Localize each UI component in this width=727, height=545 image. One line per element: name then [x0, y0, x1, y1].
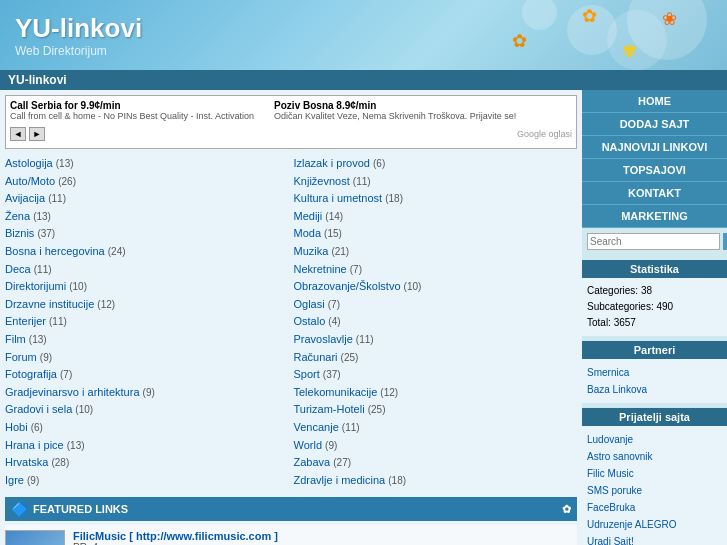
categories: Astologija (13)Auto/Moto (26)Avijacija (…	[5, 155, 577, 489]
category-link[interactable]: Turizam-Hoteli (25)	[294, 401, 578, 419]
category-column-left: Astologija (13)Auto/Moto (26)Avijacija (…	[5, 155, 289, 489]
category-link[interactable]: Astologija (13)	[5, 155, 289, 173]
prijatelji-link[interactable]: SMS poruke	[587, 482, 722, 499]
category-link[interactable]: Ostalo (4)	[294, 313, 578, 331]
category-link[interactable]: Enterijer (11)	[5, 313, 289, 331]
prijatelji-content: LudovanjeAstro sanovnikFilic MusicSMS po…	[582, 426, 727, 545]
category-link[interactable]: Književnost (11)	[294, 173, 578, 191]
prijatelji-link[interactable]: Filic Music	[587, 465, 722, 482]
featured-item-title[interactable]: FilicMusic [ http://www.filicmusic.com ]	[73, 530, 577, 542]
category-link[interactable]: Hrana i pice (13)	[5, 437, 289, 455]
site-title: YU-linkovi	[15, 13, 142, 44]
category-link[interactable]: Deca (11)	[5, 261, 289, 279]
featured-label: FEATURED LINKS	[33, 503, 128, 515]
category-link[interactable]: Pravoslavlje (11)	[294, 331, 578, 349]
ad-item-1: Call Serbia for 9.9¢/min Call from cell …	[10, 100, 254, 121]
category-link[interactable]: Mediji (14)	[294, 208, 578, 226]
ad-next-button[interactable]: ►	[29, 127, 45, 141]
navbar-label: YU-linkovi	[8, 73, 67, 87]
category-link[interactable]: World (9)	[294, 437, 578, 455]
category-link[interactable]: Zabava (27)	[294, 454, 578, 472]
featured-items-container: FilicMusic [ http://www.filicmusic.com ]…	[5, 525, 577, 545]
statistika-section: Statistika	[582, 260, 727, 278]
partneri-content: SmernicaBaza Linkova	[582, 359, 727, 403]
featured-thumbnail	[5, 530, 65, 545]
partneri-title: Partneri	[634, 344, 676, 356]
ad-prev-button[interactable]: ◄	[10, 127, 26, 141]
category-link[interactable]: Oglasi (7)	[294, 296, 578, 314]
header: YU-linkovi Web Direktorijum ✿ ✾ ❀ ✿	[0, 0, 727, 70]
title-block: YU-linkovi Web Direktorijum	[15, 13, 142, 58]
category-link[interactable]: Nekretnine (7)	[294, 261, 578, 279]
category-link[interactable]: Žena (13)	[5, 208, 289, 226]
category-link[interactable]: Gradovi i sela (10)	[5, 401, 289, 419]
prijatelji-title: Prijatelji sajta	[619, 411, 690, 423]
sidebar-nav-item[interactable]: KONTAKT	[582, 182, 727, 205]
partner-link[interactable]: Baza Linkova	[587, 381, 722, 398]
prijatelji-link[interactable]: Astro sanovnik	[587, 448, 722, 465]
featured-icon: 🔷	[11, 501, 28, 517]
statistika-title: Statistika	[630, 263, 679, 275]
search-button[interactable]: Search	[723, 233, 727, 250]
category-link[interactable]: Auto/Moto (26)	[5, 173, 289, 191]
header-decoration: ✿ ✾ ❀ ✿	[427, 0, 727, 70]
category-link[interactable]: Muzika (21)	[294, 243, 578, 261]
category-link[interactable]: Moda (15)	[294, 225, 578, 243]
prijatelji-link[interactable]: Uradi Sajt!	[587, 533, 722, 545]
site-subtitle: Web Direktorijum	[15, 44, 142, 58]
search-input[interactable]	[587, 233, 720, 250]
sidebar-nav-item[interactable]: HOME	[582, 90, 727, 113]
category-link[interactable]: Kultura i umetnost (18)	[294, 190, 578, 208]
google-ads: Google oglasi	[517, 129, 572, 139]
featured-right-icon: ✿	[562, 503, 571, 516]
statistika-content: Categories: 38 Subcategories: 490 Total:…	[582, 278, 727, 336]
category-link[interactable]: Zdravlje i medicina (18)	[294, 472, 578, 490]
prijatelji-link[interactable]: Udruzenje ALEGRO	[587, 516, 722, 533]
category-link[interactable]: Drzavne institucije (12)	[5, 296, 289, 314]
prijatelji-section: Prijatelji sajta	[582, 408, 727, 426]
stat-subcategories: Subcategories: 490	[587, 299, 722, 315]
category-link[interactable]: Hobi (6)	[5, 419, 289, 437]
stat-total: Total: 3657	[587, 315, 722, 331]
category-link[interactable]: Fotografija (7)	[5, 366, 289, 384]
category-link[interactable]: Gradjevinarsvo i arhitektura (9)	[5, 384, 289, 402]
stat-categories: Categories: 38	[587, 283, 722, 299]
content-area: Call Serbia for 9.9¢/min Call from cell …	[0, 90, 582, 545]
category-link[interactable]: Sport (37)	[294, 366, 578, 384]
sidebar-search-container: Search	[582, 228, 727, 255]
category-link[interactable]: Obrazovanje/Školstvo (10)	[294, 278, 578, 296]
partner-link[interactable]: Smernica	[587, 364, 722, 381]
category-link[interactable]: Biznis (37)	[5, 225, 289, 243]
ad-navigation: ◄ ►	[10, 127, 45, 141]
ad-line2a: Call from cell & home - No PINs Best Qua…	[10, 111, 254, 121]
category-link[interactable]: Izlazak i provod (6)	[294, 155, 578, 173]
category-link[interactable]: Film (13)	[5, 331, 289, 349]
category-link[interactable]: Direktorijumi (10)	[5, 278, 289, 296]
sidebar-nav-item[interactable]: MARKETING	[582, 205, 727, 228]
category-link[interactable]: Telekomunikacije (12)	[294, 384, 578, 402]
prijatelji-link[interactable]: FaceBruka	[587, 499, 722, 516]
sidebar-nav-item[interactable]: DODAJ SAJT	[582, 113, 727, 136]
ad-item-2: Poziv Bosna 8.9¢/min Odičan Kvalitet Vez…	[274, 100, 516, 121]
ad-box: Call Serbia for 9.9¢/min Call from cell …	[5, 95, 577, 149]
category-link[interactable]: Forum (9)	[5, 349, 289, 367]
featured-info: FilicMusic [ http://www.filicmusic.com ]…	[73, 530, 577, 545]
category-link[interactable]: Igre (9)	[5, 472, 289, 490]
category-link[interactable]: Računari (25)	[294, 349, 578, 367]
category-link[interactable]: Vencanje (11)	[294, 419, 578, 437]
ad-top: Call Serbia for 9.9¢/min Call from cell …	[10, 100, 572, 121]
navbar: YU-linkovi	[0, 70, 727, 90]
sidebar-nav-item[interactable]: TOPSAJOVI	[582, 159, 727, 182]
category-column-right: Izlazak i provod (6)Književnost (11)Kult…	[294, 155, 578, 489]
ad-line2b: Odičan Kvalitet Veze, Nema Skrivenih Tro…	[274, 111, 516, 121]
sidebar-nav-item[interactable]: NAJNOVIJI LINKOVI	[582, 136, 727, 159]
main-layout: Call Serbia for 9.9¢/min Call from cell …	[0, 90, 727, 545]
category-link[interactable]: Avijacija (11)	[5, 190, 289, 208]
prijatelji-link[interactable]: Ludovanje	[587, 431, 722, 448]
featured-links-header: 🔷 FEATURED LINKS ✿	[5, 497, 577, 521]
category-link[interactable]: Bosna i hercegovina (24)	[5, 243, 289, 261]
sidebar: HOMEDODAJ SAJTNAJNOVIJI LINKOVITOPSAJOVI…	[582, 90, 727, 545]
partneri-section: Partneri	[582, 341, 727, 359]
google-label: Google oglasi	[517, 129, 572, 139]
category-link[interactable]: Hrvatska (28)	[5, 454, 289, 472]
